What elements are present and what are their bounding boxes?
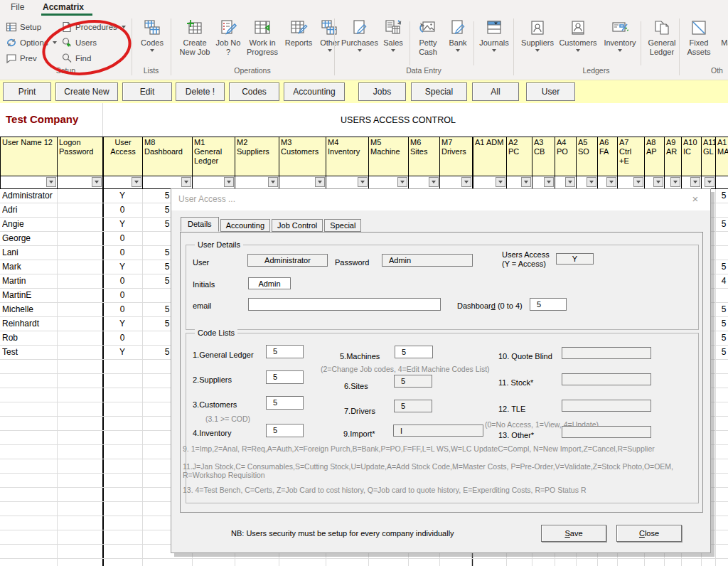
ma-button[interactable]: Ma (712, 18, 728, 65)
print-button[interactable]: Print (3, 82, 51, 101)
filter-dropdown[interactable] (181, 177, 191, 187)
create-new-button[interactable]: Create New (55, 82, 118, 101)
tab-job-control[interactable]: Job Control (272, 219, 323, 232)
filter-dropdown[interactable] (690, 177, 700, 187)
initials-field[interactable]: Admin (248, 277, 291, 289)
filter-dropdown[interactable] (606, 177, 616, 187)
customers-field[interactable]: 5 (266, 396, 304, 410)
all-button[interactable]: All (472, 82, 519, 101)
suppliers-field[interactable]: 5 (266, 370, 304, 384)
bank-button[interactable]: Bank (446, 18, 470, 65)
fixed-assets-button[interactable]: Fixed Assets (682, 18, 715, 65)
work-in-progress-button[interactable]: Work in Progress (242, 18, 283, 65)
job-no-button[interactable]: Job No ? (215, 18, 241, 65)
accounting-button[interactable]: Accounting (284, 82, 345, 101)
quote-blind-field[interactable] (562, 347, 651, 359)
special-button[interactable]: Special (411, 82, 467, 101)
filter-dropdown[interactable] (633, 177, 643, 187)
users-access-field[interactable]: Y (556, 253, 594, 265)
filter-dropdown[interactable] (544, 177, 554, 187)
users-button[interactable]: Users (61, 36, 97, 50)
column-header: M1 General Ledger (193, 137, 235, 176)
filter-dropdown[interactable] (46, 177, 56, 187)
column-header: M5 Machine (369, 137, 408, 176)
close-icon[interactable]: × (689, 193, 702, 205)
filter-dropdown[interactable] (653, 177, 663, 187)
dashboard-field[interactable]: 5 (530, 298, 567, 311)
codes-button[interactable]: Codes (136, 18, 168, 65)
close-button[interactable]: Close (616, 525, 682, 542)
group-label-lists: Lists (132, 66, 171, 75)
filter-dropdown[interactable] (268, 177, 278, 187)
drivers-field[interactable]: 5 (394, 400, 432, 412)
setup-button[interactable]: Setup (6, 20, 41, 34)
sales-button[interactable]: Sales (381, 18, 405, 65)
edit-button[interactable]: Edit (122, 82, 172, 101)
general-ledger-button[interactable]: General Ledger (644, 18, 680, 65)
petty-cash-button[interactable]: Petty Cash (412, 18, 444, 65)
active-tab-underline (41, 14, 92, 16)
tab-details[interactable]: Details (181, 217, 219, 232)
tle-field[interactable] (562, 400, 651, 412)
delete-button[interactable]: Delete ! (176, 82, 225, 101)
filter-dropdown[interactable] (496, 177, 505, 187)
filter-dropdown[interactable] (315, 177, 325, 187)
purchases-icon (350, 18, 369, 37)
password-field[interactable]: Admin (382, 254, 473, 267)
create-new-job-button[interactable]: Create New Job (175, 18, 215, 65)
filter-dropdown[interactable] (429, 177, 439, 187)
general-ledger-field[interactable]: 5 (266, 345, 304, 358)
column-header: User Access (104, 137, 142, 176)
filter-dropdown[interactable] (461, 177, 471, 187)
ribbon: File Accmatrix Setup Options Prev Proced… (0, 0, 728, 80)
filter-dropdown[interactable] (587, 177, 596, 187)
stock-field[interactable] (562, 373, 651, 385)
filter-dropdown[interactable] (132, 177, 141, 187)
jobs-button[interactable]: Jobs (358, 82, 406, 101)
journals-button[interactable]: Journals (477, 18, 511, 65)
save-button[interactable]: Save (541, 525, 606, 542)
drivers-label: 7.Drivers (344, 407, 375, 415)
chevron-down-icon (122, 26, 126, 28)
email-field[interactable] (248, 298, 441, 311)
filter-dropdown[interactable] (358, 177, 368, 187)
inventory-button[interactable]: Inventory (601, 18, 639, 65)
machines-field[interactable]: 5 (395, 346, 433, 358)
codes-list-button[interactable]: Codes (229, 82, 279, 101)
filter-dropdown[interactable] (224, 177, 234, 187)
filter-dropdown[interactable] (705, 177, 714, 187)
customers-icon (569, 18, 587, 37)
user-field[interactable]: Administrator (247, 254, 328, 267)
table-column: M5 Machine (368, 137, 408, 189)
user-label: User (193, 258, 209, 267)
create-new-job-icon (186, 18, 204, 37)
tab-accmatrix[interactable]: Accmatrix (43, 2, 84, 12)
company-name: Test Company (6, 113, 78, 125)
procedures-button[interactable]: Procedures (61, 20, 126, 34)
filter-dropdown[interactable] (92, 177, 102, 187)
chevron-down-icon (492, 49, 496, 52)
filter-dropdown[interactable] (521, 177, 531, 187)
customers-note: (3.1 >= COD) (205, 415, 250, 423)
tab-special[interactable]: Special (324, 219, 361, 232)
find-button[interactable]: Find (61, 51, 91, 65)
import-field[interactable]: I (393, 424, 483, 437)
tab-file[interactable]: File (11, 2, 24, 12)
dialog-titlebar[interactable]: User Access ... × (171, 189, 710, 210)
suppliers-label: 2.Suppliers (193, 375, 232, 384)
suppliers-button[interactable]: Suppliers (519, 18, 556, 65)
options-button[interactable]: Options (6, 36, 57, 50)
sites-field[interactable]: 5 (394, 375, 432, 388)
reports-button[interactable]: Reports (284, 18, 314, 65)
purchases-button[interactable]: Purchases (340, 18, 380, 65)
prev-button[interactable]: Prev (6, 51, 37, 65)
inventory-field[interactable]: 5 (266, 424, 304, 437)
filter-dropdown[interactable] (670, 177, 680, 187)
button-divider (473, 21, 474, 65)
user-button[interactable]: User (526, 82, 575, 101)
tab-accounting[interactable]: Accounting (220, 219, 270, 232)
customers-button[interactable]: Customers (557, 18, 599, 65)
filter-dropdown[interactable] (565, 177, 575, 187)
other-field[interactable] (562, 426, 651, 438)
filter-dropdown[interactable] (397, 177, 407, 187)
